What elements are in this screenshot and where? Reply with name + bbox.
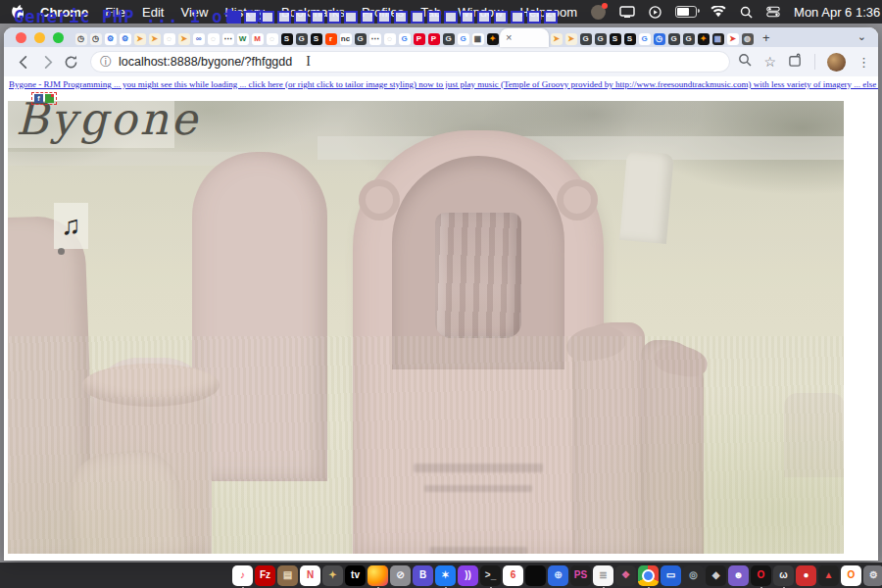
tab-search-chevron-icon[interactable]: ⌄: [858, 30, 866, 47]
tab-spinner-icon[interactable]: ◌: [162, 30, 176, 47]
dock-icon-rings-app[interactable]: ◎: [683, 565, 704, 586]
tab-photo-grid-icon[interactable]: ▦: [470, 30, 485, 47]
tab-spinner-icon[interactable]: ◌: [206, 30, 220, 47]
back-button[interactable]: [12, 50, 35, 74]
tab-s-black-icon[interactable]: S: [309, 30, 323, 47]
tab-send-icon[interactable]: ➤: [725, 30, 740, 47]
spotlight-search-icon[interactable]: [740, 6, 753, 19]
tab-torch-icon[interactable]: ✦: [696, 30, 710, 47]
dock-icon-phpstorm[interactable]: PS: [570, 565, 591, 586]
tab-g-dark-icon[interactable]: G: [294, 30, 309, 47]
tab-s-black-icon[interactable]: S: [279, 30, 294, 47]
dock-icon-blue-app[interactable]: ▭: [661, 565, 681, 586]
dock-icon-red-app[interactable]: ●: [796, 565, 816, 586]
site-info-icon[interactable]: ⓘ: [100, 54, 112, 71]
tab-torch-icon[interactable]: ✦: [485, 30, 500, 47]
play-circle-icon[interactable]: [649, 6, 662, 19]
tab-g-dark-icon[interactable]: G: [578, 30, 593, 47]
zoom-window-button[interactable]: [53, 32, 64, 43]
tab-nc-icon[interactable]: nc: [338, 30, 353, 47]
tab-g-dark-icon[interactable]: G: [666, 30, 681, 47]
dock-icon-terminal[interactable]: >_: [480, 565, 501, 586]
dock-icon-orange-o-app[interactable]: O: [841, 565, 861, 586]
tab-pinterest-icon[interactable]: P: [412, 30, 426, 47]
profile-avatar[interactable]: [827, 53, 846, 72]
dock-icon-libreoffice-writer[interactable]: ≣: [593, 565, 613, 586]
dock-icon-black-app[interactable]: [525, 565, 546, 586]
dock-icon-filezilla[interactable]: Fz: [255, 565, 275, 586]
dock-icon-inkscape[interactable]: ◆: [706, 565, 726, 586]
dock-icon-music[interactable]: ♪: [232, 565, 253, 586]
close-window-button[interactable]: [16, 32, 26, 43]
forward-button[interactable]: [35, 50, 59, 74]
loading-status-link[interactable]: Bygone - RJM Programming ... you might s…: [9, 79, 878, 89]
email-share-icon[interactable]: [45, 94, 54, 103]
dock-icon-globe-app[interactable]: ⊕: [548, 565, 568, 586]
menu-bar-clock[interactable]: Mon Apr 6 1:36 PM: [794, 5, 882, 20]
tab-cursor-icon[interactable]: ➤: [549, 30, 564, 47]
tab-gmail-icon[interactable]: M: [250, 30, 265, 47]
address-bar[interactable]: ⓘ localhost:8888/bygone/?fhfggdd I: [90, 51, 730, 73]
tab-google-icon[interactable]: G: [397, 30, 412, 47]
tab-close-icon[interactable]: ×: [506, 32, 512, 43]
minimize-window-button[interactable]: [34, 32, 45, 43]
dock-icon-opera[interactable]: O: [751, 565, 771, 586]
screen-mirror-icon[interactable]: [619, 6, 635, 18]
tab-pinterest-icon[interactable]: P: [426, 30, 441, 47]
dock-icon-blocked[interactable]: ⊘: [390, 565, 411, 586]
tab-speedtest-icon[interactable]: ◷: [88, 30, 103, 47]
extensions-icon[interactable]: [788, 53, 803, 72]
dock-icon-firefox[interactable]: [368, 565, 388, 586]
bookmark-star-icon[interactable]: ☆: [763, 54, 776, 70]
tab-g-dark-icon[interactable]: G: [593, 30, 608, 47]
tab-globe-icon[interactable]: ◍: [740, 30, 755, 47]
tab-s-black-icon[interactable]: S: [608, 30, 622, 47]
dock-icon-news[interactable]: N: [300, 565, 320, 586]
tab-google-icon[interactable]: G: [637, 30, 652, 47]
tab-g-dark-icon[interactable]: G: [681, 30, 696, 47]
tab-gear-icon[interactable]: ⚙: [103, 30, 118, 47]
active-tab[interactable]: ×: [500, 28, 549, 47]
tab-gif-icon[interactable]: ∞: [191, 30, 206, 47]
tab-g-dark-icon[interactable]: G: [353, 30, 368, 47]
url-text[interactable]: localhost:8888/bygone/?fhfggdd: [119, 55, 292, 69]
dock-icon-mamp[interactable]: ω: [773, 565, 794, 586]
tab-dots-icon[interactable]: ⋯: [220, 30, 235, 47]
dock-icon-podcasts[interactable]: )): [458, 565, 478, 586]
facebook-share-icon[interactable]: f: [34, 94, 43, 103]
dock-icon-bbedit[interactable]: B: [413, 565, 433, 586]
dock-icon-settings[interactable]: ⚙: [863, 565, 882, 586]
dock-icon-books[interactable]: ▤: [277, 565, 298, 586]
zoom-page-icon[interactable]: [738, 53, 752, 71]
control-center-icon[interactable]: [766, 6, 780, 18]
tab-cursor-icon[interactable]: ➤: [564, 30, 578, 47]
tab-dots-icon[interactable]: ⋯: [368, 30, 382, 47]
tab-s-black-icon[interactable]: S: [622, 30, 637, 47]
dock-icon-triangle-app[interactable]: ▲: [818, 565, 839, 586]
tab-g-dark-icon[interactable]: G: [441, 30, 456, 47]
camera-app-icon[interactable]: [591, 5, 606, 20]
tab-spinner-icon[interactable]: ◌: [265, 30, 279, 47]
tab-cursor-icon[interactable]: ➤: [176, 30, 191, 47]
tab-spinner-icon[interactable]: ◌: [382, 30, 397, 47]
tab-clock-blue-icon[interactable]: ◷: [652, 30, 666, 47]
tab-gear-icon[interactable]: ⚙: [118, 30, 132, 47]
dock-icon-chrome[interactable]: [638, 565, 659, 586]
dock-icon-monster-app[interactable]: ☻: [728, 565, 749, 586]
battery-icon[interactable]: [675, 6, 697, 18]
tab-google-icon[interactable]: G: [456, 30, 470, 47]
chrome-menu-icon[interactable]: ⋮: [858, 55, 870, 70]
reload-button[interactable]: [59, 50, 82, 74]
tab-cursor-icon[interactable]: ➤: [147, 30, 162, 47]
dock-icon-keychain[interactable]: ✦: [322, 565, 343, 586]
dock-icon-apple-tv[interactable]: tv: [345, 565, 366, 586]
graveyard-photo[interactable]: Bygone ♫: [8, 101, 844, 554]
dock-icon-paint-palette[interactable]: ❖: [615, 565, 636, 586]
wifi-icon[interactable]: [710, 6, 726, 18]
tab-cursor-icon[interactable]: ➤: [132, 30, 147, 47]
new-tab-button[interactable]: +: [762, 30, 770, 47]
tab-checker-icon[interactable]: ▩: [710, 30, 725, 47]
dock-icon-safari[interactable]: ✶: [435, 565, 456, 586]
tab-speedtest-icon[interactable]: ◷: [74, 30, 88, 47]
tab-reddit-icon[interactable]: r: [323, 30, 338, 47]
